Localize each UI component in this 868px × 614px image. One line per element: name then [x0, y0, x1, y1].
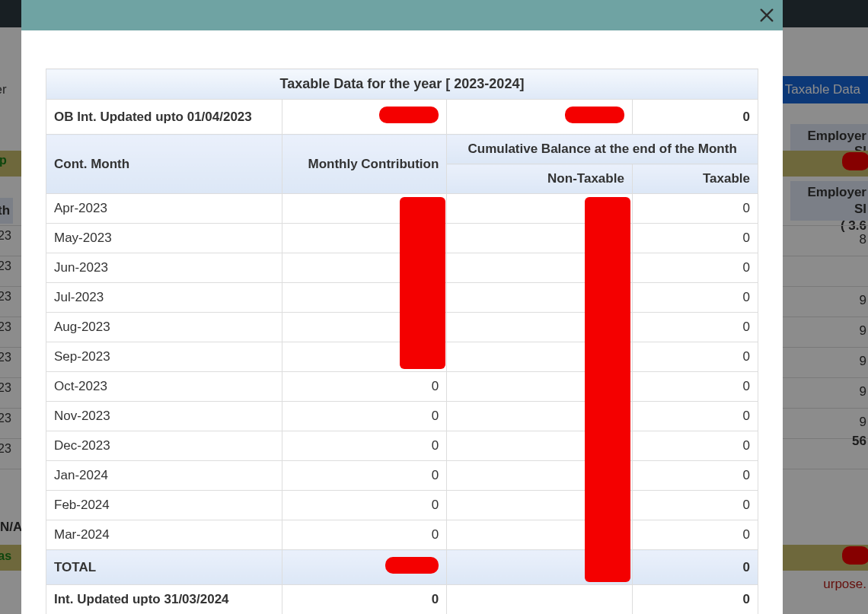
interest-row: Int. Updated upto 31/03/2024 0 0	[46, 585, 758, 615]
int-mc: 0	[282, 585, 447, 615]
cell-non-taxable	[447, 194, 633, 224]
cell-taxable: 0	[632, 313, 758, 342]
cell-month: Jul-2023	[46, 283, 282, 313]
cell-month: Feb-2024	[46, 491, 282, 520]
table-row: Mar-202400	[46, 520, 758, 550]
cell-non-taxable	[447, 253, 633, 283]
modal-header	[21, 0, 783, 30]
taxable-data-modal: Taxable Data for the year [ 2023-2024] O…	[21, 0, 783, 614]
ob-taxable: 0	[632, 100, 758, 135]
cell-non-taxable	[447, 461, 633, 491]
cell-month: Nov-2023	[46, 402, 282, 431]
cell-non-taxable	[447, 313, 633, 342]
hdr-cumulative: Cumulative Balance at the end of the Mon…	[447, 135, 758, 164]
redacted-pill	[379, 107, 439, 123]
total-nt	[447, 550, 633, 585]
cell-month: Aug-2023	[46, 313, 282, 342]
cell-monthly-contribution: 0	[282, 461, 447, 491]
int-label: Int. Updated upto 31/03/2024	[46, 585, 282, 615]
cell-monthly-contribution	[282, 283, 447, 313]
hdr-non-taxable: Non-Taxable	[447, 164, 633, 194]
table-row: Jan-202400	[46, 461, 758, 491]
cell-non-taxable	[447, 402, 633, 431]
table-row: May-20230	[46, 224, 758, 253]
cell-non-taxable	[447, 431, 633, 461]
hdr-monthly-contribution: Monthly Contribution	[282, 135, 447, 194]
cell-taxable: 0	[632, 342, 758, 372]
int-tx: 0	[632, 585, 758, 615]
cell-month: Jun-2023	[46, 253, 282, 283]
table-row: Sep-20230	[46, 342, 758, 372]
header-row-1: Cont. Month Monthly Contribution Cumulat…	[46, 135, 758, 164]
table-title-row: Taxable Data for the year [ 2023-2024]	[46, 69, 758, 100]
total-mc	[282, 550, 447, 585]
hdr-taxable: Taxable	[632, 164, 758, 194]
ob-label: OB Int. Updated upto 01/04/2023	[46, 100, 282, 135]
close-icon[interactable]	[758, 7, 775, 24]
cell-monthly-contribution: 0	[282, 491, 447, 520]
cell-taxable: 0	[632, 520, 758, 550]
cell-monthly-contribution: 0	[282, 520, 447, 550]
total-tx: 0	[632, 550, 758, 585]
cell-taxable: 0	[632, 402, 758, 431]
cell-monthly-contribution	[282, 253, 447, 283]
table-row: Dec-202300	[46, 431, 758, 461]
cell-month: Oct-2023	[46, 372, 282, 402]
hdr-cont-month: Cont. Month	[46, 135, 282, 194]
redacted-pill	[565, 107, 624, 123]
cell-taxable: 0	[632, 431, 758, 461]
cell-month: Apr-2023	[46, 194, 282, 224]
cell-taxable: 0	[632, 491, 758, 520]
cell-month: Sep-2023	[46, 342, 282, 372]
cell-taxable: 0	[632, 372, 758, 402]
table-row: Apr-20230	[46, 194, 758, 224]
cell-taxable: 0	[632, 461, 758, 491]
cell-month: Mar-2024	[46, 520, 282, 550]
cell-taxable: 0	[632, 194, 758, 224]
cell-monthly-contribution	[282, 194, 447, 224]
taxable-data-table: Taxable Data for the year [ 2023-2024] O…	[46, 68, 758, 614]
cell-monthly-contribution: 0	[282, 402, 447, 431]
cell-non-taxable	[447, 491, 633, 520]
cell-monthly-contribution	[282, 224, 447, 253]
total-label: TOTAL	[46, 550, 282, 585]
table-title: Taxable Data for the year [ 2023-2024]	[46, 69, 758, 100]
cell-monthly-contribution: 0	[282, 372, 447, 402]
ob-col3	[447, 100, 633, 135]
cell-non-taxable	[447, 283, 633, 313]
modal-body[interactable]: Taxable Data for the year [ 2023-2024] O…	[21, 30, 783, 614]
redacted-pill	[385, 557, 439, 574]
cell-monthly-contribution	[282, 313, 447, 342]
cell-taxable: 0	[632, 224, 758, 253]
table-row: Nov-202300	[46, 402, 758, 431]
table-row: Oct-202300	[46, 372, 758, 402]
int-nt	[447, 585, 633, 615]
cell-taxable: 0	[632, 253, 758, 283]
table-row: Jun-20230	[46, 253, 758, 283]
cell-taxable: 0	[632, 283, 758, 313]
cell-non-taxable	[447, 342, 633, 372]
table-row: Jul-20230	[46, 283, 758, 313]
cell-monthly-contribution: 0	[282, 431, 447, 461]
cell-monthly-contribution	[282, 342, 447, 372]
cell-non-taxable	[447, 520, 633, 550]
table-row: Feb-202400	[46, 491, 758, 520]
ob-row: OB Int. Updated upto 01/04/2023 0	[46, 100, 758, 135]
total-row: TOTAL 0	[46, 550, 758, 585]
ob-col2	[282, 100, 447, 135]
cell-non-taxable	[447, 224, 633, 253]
cell-month: Jan-2024	[46, 461, 282, 491]
cell-non-taxable	[447, 372, 633, 402]
cell-month: Dec-2023	[46, 431, 282, 461]
cell-month: May-2023	[46, 224, 282, 253]
table-row: Aug-20230	[46, 313, 758, 342]
